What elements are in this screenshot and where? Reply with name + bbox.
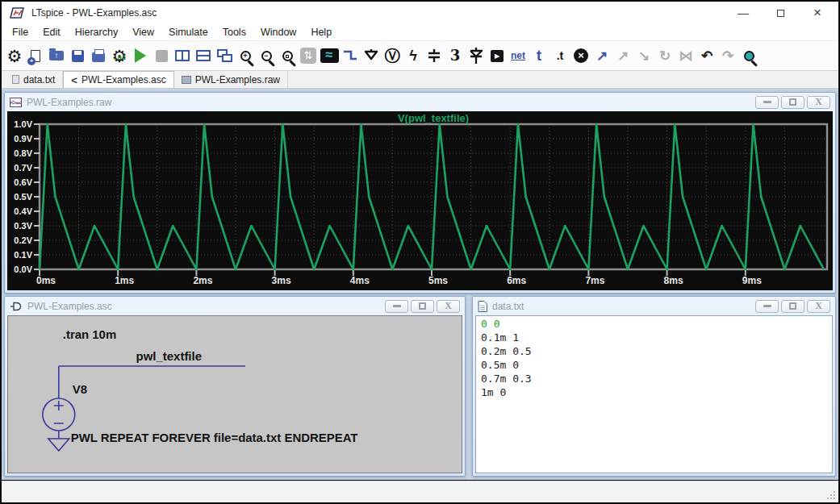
minimize-icon: [393, 305, 401, 307]
menu-edit[interactable]: Edit: [36, 27, 68, 38]
inductor-icon[interactable]: 3: [445, 44, 466, 68]
schematic-canvas[interactable]: .tran 10m pwl_textfile V8 PWL REPEAT FOR…: [7, 315, 462, 473]
app-title: LTspice - PWL-Examples.asc: [31, 7, 157, 19]
waveform-pane-icon[interactable]: ≈: [319, 44, 340, 68]
zoom-out-icon[interactable]: −: [256, 44, 277, 68]
menu-bar: FileEditHierarchyViewSimulateToolsWindow…: [2, 24, 838, 41]
text-editor-title-bar[interactable]: data.txt X: [473, 297, 835, 315]
undo-icon[interactable]: ↶: [696, 44, 717, 68]
pwl-data-line: 0.1m 1: [481, 331, 827, 344]
schematic-window-title-bar[interactable]: PWL-Examples.asc X: [5, 297, 465, 315]
resistor-icon[interactable]: ϟ: [403, 44, 424, 68]
menu-file[interactable]: File: [5, 27, 36, 38]
menu-hierarchy[interactable]: Hierarchy: [68, 27, 126, 38]
waveform-close-button[interactable]: X: [807, 96, 830, 109]
schematic-window: PWL-Examples.asc X .tran 10m pwl_textfil…: [4, 296, 466, 477]
text-editor-window: data.txt X 0 00.1m 10.2m 0.50.5m 00.7m 0…: [472, 296, 836, 477]
new-schematic-icon[interactable]: +: [25, 44, 46, 68]
waveform-plot-area[interactable]: 0.0V0.1V0.2V0.3V0.4V0.5V0.6V0.7V0.8V0.9V…: [7, 111, 833, 290]
svg-text:0.4V: 0.4V: [14, 206, 32, 216]
schematic-window-icon: [10, 302, 23, 311]
svg-text:0.5V: 0.5V: [14, 192, 32, 202]
tab-bar: data.txtPWL-Examples.ascPWL-Examples.raw: [2, 71, 838, 89]
svg-text:0.1V: 0.1V: [14, 250, 32, 260]
voltage-source-icon[interactable]: Ⓥ: [382, 44, 403, 68]
capacitor-icon[interactable]: [424, 44, 445, 68]
waveform-restore-button[interactable]: [781, 96, 804, 109]
main-title-bar: LTspice - PWL-Examples.asc — ×: [2, 2, 838, 24]
component-value-text[interactable]: PWL REPEAT FOREVER file=data.txt ENDREPE…: [71, 431, 358, 444]
pan-icon[interactable]: ⇅: [298, 44, 319, 68]
maximize-icon: [777, 10, 784, 17]
voltage-source-polarity-marks: [54, 401, 64, 423]
run-icon[interactable]: [130, 44, 151, 68]
paste-icon[interactable]: ↘: [633, 44, 654, 68]
net-label-icon[interactable]: net: [508, 44, 529, 68]
rotate-icon[interactable]: ↻: [654, 44, 675, 68]
schematic-minimize-button[interactable]: [385, 300, 408, 313]
tran-directive-text[interactable]: .tran 10m: [63, 327, 116, 341]
tile-horizontal-icon[interactable]: [193, 44, 214, 68]
mirror-icon[interactable]: ⋈: [675, 44, 696, 68]
delete-icon[interactable]: ×: [570, 44, 591, 68]
zoom-in-icon[interactable]: +: [235, 44, 256, 68]
ground-symbol[interactable]: [48, 439, 69, 451]
settings-gear-icon[interactable]: ⚙: [4, 44, 25, 68]
ground-icon[interactable]: [361, 44, 382, 68]
schematic-close-button[interactable]: X: [437, 300, 460, 313]
waveform-window-icon: [10, 98, 22, 107]
waveform-minimize-button[interactable]: [755, 96, 779, 109]
status-bar: [2, 481, 838, 502]
resize-grip-icon[interactable]: [826, 490, 836, 500]
halt-icon[interactable]: [151, 44, 172, 68]
minimize-button[interactable]: —: [735, 5, 751, 21]
net-label-text[interactable]: pwl_textfile: [136, 349, 202, 363]
component-ref-text[interactable]: V8: [73, 382, 87, 396]
text-editor-minimize-button[interactable]: [755, 300, 779, 313]
menu-view[interactable]: View: [125, 27, 161, 38]
copy-icon[interactable]: ↗: [591, 44, 612, 68]
toolbar: ⚙+↑⚙.ac+−⇅≈Ⓥϟ3▶nett.t×↗↗↘↻⋈↶↷: [2, 41, 838, 71]
maximize-button[interactable]: [772, 5, 788, 21]
text-file-icon: [478, 301, 487, 312]
text-editor-restore-button[interactable]: [781, 300, 804, 313]
ac-analysis-settings-icon[interactable]: ⚙.ac: [109, 44, 130, 68]
waveform-file-icon: [182, 76, 191, 84]
component-icon[interactable]: ▶: [487, 44, 508, 68]
text-editor-close-button[interactable]: X: [807, 300, 830, 313]
schematic-restore-button[interactable]: [411, 300, 434, 313]
search-icon[interactable]: [738, 44, 759, 68]
redo-icon[interactable]: ↷: [717, 44, 738, 68]
menu-window[interactable]: Window: [253, 27, 303, 38]
text-icon[interactable]: t: [529, 44, 550, 68]
ltspice-logo-icon: [8, 6, 26, 19]
tab-pwl-examples-raw[interactable]: PWL-Examples.raw: [174, 71, 288, 88]
text-editor[interactable]: 0 00.1m 10.2m 0.50.5m 00.7m 0.31m 0: [475, 315, 833, 473]
tab-data-txt[interactable]: data.txt: [5, 71, 63, 88]
tab-pwl-examples-asc[interactable]: PWL-Examples.asc: [63, 71, 173, 88]
waveform-window-title-bar[interactable]: PWL-Examples.raw X: [5, 93, 835, 111]
svg-text:9ms: 9ms: [742, 275, 762, 286]
svg-text:0.8V: 0.8V: [14, 148, 32, 158]
menu-simulate[interactable]: Simulate: [161, 27, 215, 38]
diode-icon[interactable]: [466, 44, 487, 68]
close-button[interactable]: ×: [809, 5, 825, 21]
menu-tools[interactable]: Tools: [215, 27, 253, 38]
open-file-icon[interactable]: ↑: [46, 44, 67, 68]
print-icon[interactable]: [88, 44, 109, 68]
tab-label: data.txt: [23, 74, 55, 85]
cascade-windows-icon[interactable]: [214, 44, 235, 68]
cut-icon[interactable]: ↗: [612, 44, 633, 68]
tile-vertical-icon[interactable]: [172, 44, 193, 68]
tab-label: PWL-Examples.raw: [195, 74, 280, 85]
wire-icon[interactable]: [340, 44, 361, 68]
document-icon: [12, 75, 19, 84]
spice-directive-icon[interactable]: .t: [550, 44, 570, 68]
zoom-full-extents-icon[interactable]: [277, 44, 298, 68]
menu-help[interactable]: Help: [303, 27, 339, 38]
restore-icon: [789, 302, 796, 310]
svg-text:3ms: 3ms: [272, 275, 291, 286]
schematic-icon: [71, 74, 77, 86]
save-icon[interactable]: [67, 44, 88, 68]
waveform-window: PWL-Examples.raw X 0.0V0.1V0.2V0.3V0.4V0…: [4, 92, 836, 294]
